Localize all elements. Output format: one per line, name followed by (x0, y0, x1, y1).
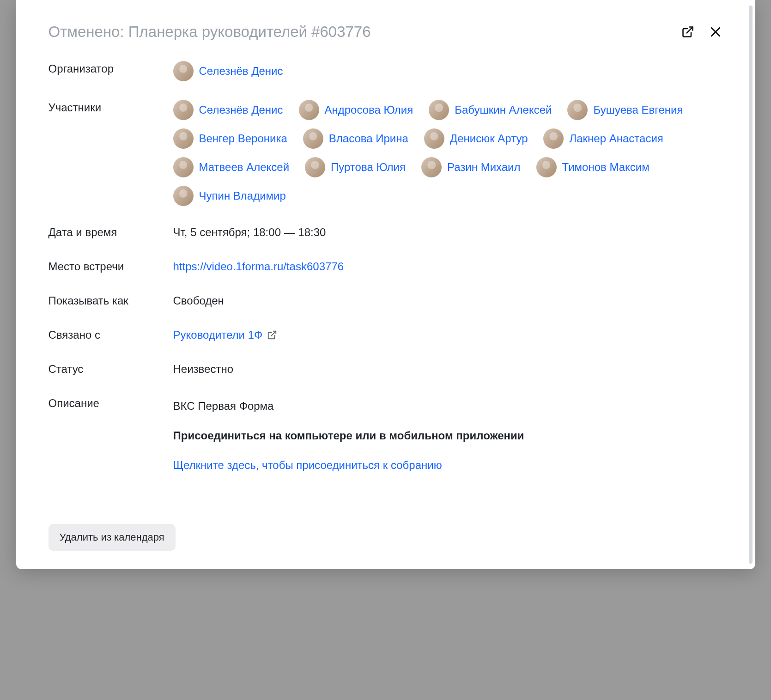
participant-person[interactable]: Лакнер Анастасия (543, 128, 663, 149)
description-heading: Присоединиться на компьютере или в мобил… (173, 428, 723, 444)
avatar (173, 128, 194, 149)
person-name: Бабушкин Алексей (455, 102, 552, 118)
value-related: Руководители 1Ф (173, 327, 723, 343)
label-participants: Участники (49, 100, 173, 206)
label-status: Статус (49, 361, 173, 377)
related-link[interactable]: Руководители 1Ф (173, 327, 278, 343)
row-showas: Показывать как Свободен (49, 293, 723, 309)
participant-person[interactable]: Селезнёв Денис (173, 100, 283, 120)
related-label: Руководители 1Ф (173, 327, 263, 343)
avatar (299, 100, 319, 120)
label-related: Связано с (49, 327, 173, 343)
join-meeting-link[interactable]: Щелкните здесь, чтобы присоединиться к с… (173, 459, 442, 471)
person-name: Венгер Вероника (199, 131, 287, 146)
participant-person[interactable]: Андросова Юлия (299, 100, 413, 120)
row-location: Место встречи https://video.1forma.ru/ta… (49, 259, 723, 274)
participants-list: Селезнёв ДенисАндросова ЮлияБабушкин Але… (173, 100, 723, 206)
participant-person[interactable]: Тимонов Максим (536, 157, 650, 177)
row-status: Статус Неизвестно (49, 361, 723, 377)
avatar (173, 157, 194, 177)
value-description: ВКС Первая Форма Присоединиться на компь… (173, 398, 723, 487)
person-name: Власова Ирина (329, 131, 408, 146)
delete-from-calendar-button[interactable]: Удалить из календаря (49, 524, 176, 551)
person-name: Селезнёв Денис (199, 63, 283, 79)
person-name: Бушуева Евгения (593, 102, 683, 118)
avatar (429, 100, 449, 120)
row-participants: Участники Селезнёв ДенисАндросова ЮлияБа… (49, 100, 723, 206)
row-related: Связано с Руководители 1Ф (49, 327, 723, 343)
avatar (543, 128, 564, 149)
avatar (173, 61, 194, 81)
avatar (567, 100, 588, 120)
close-icon[interactable] (708, 24, 723, 39)
label-showas: Показывать как (49, 293, 173, 309)
external-link-icon (267, 330, 277, 340)
meeting-link[interactable]: https://video.1forma.ru/task603776 (173, 260, 344, 273)
label-description: Описание (49, 396, 173, 487)
avatar (305, 157, 325, 177)
participant-person[interactable]: Матвеев Алексей (173, 157, 290, 177)
value-status: Неизвестно (173, 361, 723, 377)
person-name: Лакнер Анастасия (569, 131, 663, 146)
participant-person[interactable]: Бабушкин Алексей (429, 100, 552, 120)
svg-line-0 (686, 27, 692, 33)
person-name: Разин Михаил (447, 159, 521, 175)
row-organizer: Организатор Селезнёв Денис (49, 61, 723, 81)
label-organizer: Организатор (49, 61, 173, 81)
row-datetime: Дата и время Чт, 5 сентября; 18:00 — 18:… (49, 225, 723, 240)
person-name: Чупин Владимир (199, 188, 286, 204)
avatar (421, 157, 442, 177)
svg-line-3 (271, 331, 276, 336)
value-showas: Свободен (173, 293, 723, 309)
avatar (173, 186, 194, 206)
avatar (536, 157, 557, 177)
person-name: Тимонов Максим (562, 159, 650, 175)
person-name: Пуртова Юлия (331, 159, 406, 175)
modal-header: Отменено: Планерка руководителей #603776 (49, 23, 723, 41)
value-location: https://video.1forma.ru/task603776 (173, 259, 723, 274)
event-title: Отменено: Планерка руководителей #603776 (49, 23, 371, 41)
description-line: ВКС Первая Форма (173, 398, 723, 414)
header-actions (680, 24, 723, 39)
person-name: Андросова Юлия (325, 102, 413, 118)
label-datetime: Дата и время (49, 225, 173, 240)
participant-person[interactable]: Пуртова Юлия (305, 157, 406, 177)
avatar (303, 128, 323, 149)
value-participants: Селезнёв ДенисАндросова ЮлияБабушкин Але… (173, 100, 723, 206)
participant-person[interactable]: Власова Ирина (303, 128, 408, 149)
value-organizer: Селезнёв Денис (173, 61, 723, 81)
participant-person[interactable]: Денисюк Артур (424, 128, 528, 149)
person-name: Денисюк Артур (450, 131, 528, 146)
row-description: Описание ВКС Первая Форма Присоединиться… (49, 396, 723, 487)
value-datetime: Чт, 5 сентября; 18:00 — 18:30 (173, 225, 723, 240)
label-location: Место встречи (49, 259, 173, 274)
participant-person[interactable]: Чупин Владимир (173, 186, 286, 206)
person-name: Матвеев Алексей (199, 159, 290, 175)
event-modal: Отменено: Планерка руководителей #603776… (16, 0, 755, 569)
participant-person[interactable]: Бушуева Евгения (567, 100, 683, 120)
avatar (424, 128, 444, 149)
modal-footer: Удалить из календаря (49, 524, 723, 551)
participant-person[interactable]: Венгер Вероника (173, 128, 287, 149)
organizer-person[interactable]: Селезнёв Денис (173, 61, 723, 81)
avatar (173, 100, 194, 120)
participant-person[interactable]: Разин Михаил (421, 157, 521, 177)
open-external-icon[interactable] (680, 24, 695, 39)
person-name: Селезнёв Денис (199, 102, 283, 118)
